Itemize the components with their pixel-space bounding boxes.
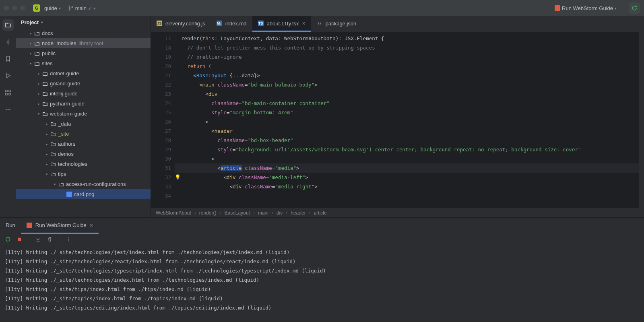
scroll-down-icon[interactable] [35, 236, 41, 242]
editor-tabs: JSeleventy.config.jsM↓index.mdTSabout.11… [151, 16, 644, 32]
tab-run[interactable]: Run [0, 218, 21, 234]
tree-item-authors[interactable]: ▸authors [16, 139, 151, 149]
tab-run-config-label: Run WebStorm Guide [35, 222, 87, 228]
chevron-down-icon: ▾ [59, 6, 61, 10]
tree-item-technologies[interactable]: ▸technologies [16, 159, 151, 169]
project-tool-button[interactable] [2, 19, 14, 31]
svg-point-3 [7, 41, 9, 43]
tab-run-config[interactable]: Run WebStorm Guide × [21, 218, 99, 234]
tree-item-dotnet-guide[interactable]: ▸dotnet-guide [16, 68, 151, 78]
close-dot[interactable] [4, 6, 9, 10]
min-dot[interactable] [12, 6, 17, 10]
breadcrumb-item[interactable]: render() [199, 210, 217, 216]
code-editor[interactable]: 171819202122232425262728293031323334 ren… [151, 32, 644, 208]
branch-selector[interactable]: main ↙ ▾ [68, 5, 95, 11]
tree-item-goland-guide[interactable]: ▸goland-guide [16, 78, 151, 89]
sidebar-title: Project [21, 19, 39, 25]
commit-tool-button[interactable] [2, 36, 14, 47]
rerun-icon[interactable] [5, 236, 11, 242]
svg-rect-4 [6, 90, 8, 92]
left-toolstrip [0, 16, 16, 217]
run-config-name: Run WebStorm Guide [562, 5, 613, 11]
tab-package.json[interactable]: {}package.json [311, 16, 362, 32]
close-icon[interactable]: × [302, 20, 305, 27]
chevron-down-icon: ▾ [93, 6, 95, 10]
svg-rect-11 [18, 238, 21, 241]
project-name: guide [44, 5, 57, 11]
tree-item-public[interactable]: ▸public [16, 48, 151, 58]
run-config-icon [27, 223, 32, 228]
tree-item-tips[interactable]: ▾tips [16, 169, 151, 179]
breadcrumb-item[interactable]: article [314, 210, 327, 216]
refresh-button[interactable] [629, 2, 640, 14]
svg-rect-5 [9, 90, 11, 92]
breadcrumb-item[interactable]: main [258, 210, 268, 216]
tree-item-access-run-configurations[interactable]: ▾access-run-configurations [16, 179, 151, 189]
stop-icon[interactable] [17, 236, 23, 242]
project-badge-icon: G [33, 4, 40, 12]
bottom-tabs: Run Run WebStorm Guide × [0, 218, 644, 234]
sidebar-header[interactable]: Project ▾ [16, 16, 151, 28]
tree-item-node_modules[interactable]: ▸node_moduleslibrary root [16, 38, 151, 48]
branch-name: main [75, 5, 87, 11]
tree-item-card.png[interactable]: card.png [16, 189, 151, 199]
project-selector[interactable]: G guide ▾ [33, 4, 61, 12]
breadcrumb-item[interactable]: div [277, 210, 283, 216]
tree-item-sites[interactable]: ▾sites [16, 58, 151, 68]
scrollbar[interactable] [639, 32, 644, 208]
tab-about.11ty.tsx[interactable]: TSabout.11ty.tsx× [252, 16, 311, 32]
tree-item-pycharm-guide[interactable]: ▸pycharm-guide [16, 99, 151, 109]
more-tool-button[interactable] [2, 104, 14, 115]
svg-point-13 [68, 239, 69, 239]
chevron-down-icon: ▾ [615, 6, 617, 10]
console-toolbar: | | [0, 234, 644, 245]
bottom-panel: Run Run WebStorm Guide × | | [11ty] Writ… [0, 218, 644, 322]
close-icon[interactable]: × [90, 222, 93, 229]
titlebar: G guide ▾ main ↙ ▾ Run WebStorm Guide ▾ [0, 0, 644, 16]
tab-index.md[interactable]: M↓index.md [211, 16, 252, 32]
breadcrumb-item[interactable]: header [291, 210, 305, 216]
breadcrumb-item[interactable]: WebStormAbout [156, 210, 191, 216]
trash-icon[interactable] [47, 236, 53, 242]
svg-point-8 [6, 109, 7, 110]
svg-rect-7 [9, 93, 11, 95]
tree-item-_data[interactable]: ▸_data [16, 119, 151, 129]
tree-item-intellij-guide[interactable]: ▸intellij-guide [16, 89, 151, 99]
chevron-down-icon: ▾ [41, 20, 43, 25]
tab-run-label: Run [6, 222, 15, 228]
run-config-selector[interactable]: Run WebStorm Guide ▾ [555, 5, 617, 11]
breadcrumb[interactable]: WebStormAbout›render()›BaseLayout›main›d… [151, 208, 644, 217]
refresh-icon [631, 5, 638, 11]
line-gutter: 171819202122232425262728293031323334 [151, 32, 175, 208]
breadcrumb-item[interactable]: BaseLayout [225, 210, 250, 216]
run-tool-button[interactable] [2, 70, 14, 81]
more-icon[interactable] [66, 236, 72, 242]
max-dot[interactable] [20, 6, 25, 10]
tree-item-docs[interactable]: ▸docs [16, 28, 151, 38]
tab-eleventy.config.js[interactable]: JSeleventy.config.js [151, 16, 211, 32]
code-content[interactable]: render(this: LayoutContext, data: WebSto… [175, 32, 644, 208]
svg-point-12 [68, 237, 69, 238]
svg-point-14 [68, 240, 69, 241]
structure-tool-button[interactable] [2, 87, 14, 98]
tree-item-demos[interactable]: ▸demos [16, 149, 151, 159]
svg-point-0 [69, 6, 70, 7]
project-sidebar: Project ▾ ▸docs▸node_moduleslibrary root… [16, 16, 151, 217]
incoming-icon: ↙ [88, 6, 92, 11]
console-output[interactable]: [11ty] Writing ./_site/technologies/jest… [0, 245, 644, 322]
svg-point-10 [9, 109, 10, 110]
svg-rect-6 [6, 93, 8, 95]
run-config-icon [555, 5, 560, 11]
svg-point-1 [69, 9, 70, 10]
tree-item-webstorm-guide[interactable]: ▾webstorm-guide [16, 109, 151, 119]
svg-point-9 [8, 109, 9, 110]
bookmarks-tool-button[interactable] [2, 53, 14, 64]
file-tree[interactable]: ▸docs▸node_moduleslibrary root▸public▾si… [16, 28, 151, 217]
editor-area: JSeleventy.config.jsM↓index.mdTSabout.11… [151, 16, 644, 217]
window-controls[interactable] [4, 6, 25, 10]
branch-icon [68, 5, 74, 11]
tree-item-_site[interactable]: ▸_site [16, 129, 151, 139]
